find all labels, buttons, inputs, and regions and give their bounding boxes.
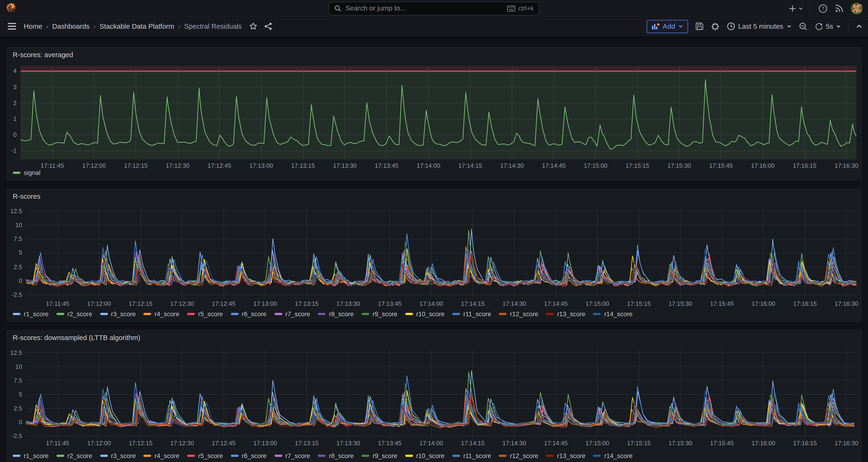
legend-label: r6_score xyxy=(242,453,267,459)
legend-label: r2_score xyxy=(67,453,92,459)
legend-item-r3_score[interactable]: r3_score xyxy=(100,453,136,459)
timeseries-chart[interactable] xyxy=(21,66,856,159)
legend-item-r6_score[interactable]: r6_score xyxy=(231,453,267,459)
x-tick-label: 17:11:45 xyxy=(41,300,74,307)
user-avatar[interactable] xyxy=(851,3,863,14)
y-tick-label: 12.5 xyxy=(7,207,22,214)
legend-item-r11_score[interactable]: r11_score xyxy=(452,311,491,317)
legend-swatch xyxy=(546,455,554,457)
legend-item-r14_score[interactable]: r14_score xyxy=(593,453,632,459)
x-tick-label: 17:11:45 xyxy=(41,440,74,446)
search-input[interactable]: Search or jump to... ctrl+k xyxy=(329,1,539,15)
x-tick-label: 17:12:45 xyxy=(207,440,240,446)
x-tick-label: 17:12:30 xyxy=(161,162,194,169)
x-tick-label: 17:15:00 xyxy=(581,300,614,307)
legend-item-r9_score[interactable]: r9_score xyxy=(362,453,398,459)
help-button[interactable]: ? xyxy=(818,3,828,13)
legend-item-r7_score[interactable]: r7_score xyxy=(274,453,310,459)
x-tick-label: 17:13:00 xyxy=(249,440,282,446)
legend-swatch xyxy=(13,172,21,174)
legend-item-r14_score[interactable]: r14_score xyxy=(593,311,632,317)
add-panel-button[interactable]: Add xyxy=(647,20,688,33)
legend-item-r11_score[interactable]: r11_score xyxy=(452,453,491,459)
grafana-logo-icon[interactable] xyxy=(6,2,17,14)
panel-r-scores-averaged: R-scores: averaged 43210-1 17:11:4517:12… xyxy=(6,47,861,181)
panel-title[interactable]: R-scores xyxy=(13,193,40,200)
legend-item-r4_score[interactable]: r4_score xyxy=(144,311,180,317)
share-dashboard-button[interactable] xyxy=(264,22,272,31)
x-tick-label: 17:14:45 xyxy=(539,300,572,307)
y-tick-label: 5 xyxy=(7,391,22,397)
legend-label: r6_score xyxy=(242,311,267,317)
topbar-divider xyxy=(810,4,811,13)
x-tick-label: 17:15:45 xyxy=(705,440,738,446)
x-tick-label: 17:12:00 xyxy=(78,162,111,169)
y-tick-label: 0 xyxy=(7,419,22,425)
new-dropdown-button[interactable] xyxy=(788,4,803,12)
legend-item-r12_score[interactable]: r12_score xyxy=(499,453,538,459)
legend-label: r8_score xyxy=(329,453,354,459)
legend-item-r7_score[interactable]: r7_score xyxy=(274,311,310,317)
legend-item-r2_score[interactable]: r2_score xyxy=(56,453,92,459)
breadcrumb-folder[interactable]: Stackable Data Platform xyxy=(99,22,174,30)
legend-item-r5_score[interactable]: r5_score xyxy=(187,453,223,459)
x-tick-label: 17:15:45 xyxy=(705,300,738,307)
legend-swatch xyxy=(452,313,460,315)
legend: r1_scorer2_scorer3_scorer4_scorer5_score… xyxy=(13,453,633,459)
legend-item-r1_score[interactable]: r1_score xyxy=(13,311,49,317)
news-button[interactable] xyxy=(835,4,844,13)
x-tick-label: 17:13:15 xyxy=(290,300,323,307)
panel-title[interactable]: R-scores: downsampled (LTTB algorithm) xyxy=(13,334,141,342)
legend-label: r14_score xyxy=(604,311,632,317)
legend-item-r5_score[interactable]: r5_score xyxy=(187,311,223,317)
legend-item-r13_score[interactable]: r13_score xyxy=(546,453,585,459)
chevron-down-icon xyxy=(836,24,841,29)
x-tick-label: 17:11:45 xyxy=(36,162,69,169)
legend-item-r6_score[interactable]: r6_score xyxy=(231,311,267,317)
legend-swatch xyxy=(187,455,195,457)
legend-item-r12_score[interactable]: r12_score xyxy=(499,311,538,317)
save-dashboard-button[interactable] xyxy=(695,22,704,31)
legend-item-r8_score[interactable]: r8_score xyxy=(318,311,354,317)
legend-label: r13_score xyxy=(557,453,585,459)
zoom-out-time-button[interactable] xyxy=(799,22,808,31)
breadcrumb-home[interactable]: Home xyxy=(24,22,42,30)
legend-item-r2_score[interactable]: r2_score xyxy=(56,311,92,317)
panel-title[interactable]: R-scores: averaged xyxy=(13,51,73,59)
x-tick-label: 17:12:15 xyxy=(124,300,157,307)
legend-label: r4_score xyxy=(155,311,179,317)
legend-swatch xyxy=(56,455,64,457)
legend-item-r1_score[interactable]: r1_score xyxy=(13,453,49,459)
favorite-dashboard-button[interactable] xyxy=(249,22,257,31)
dashboard-settings-button[interactable] xyxy=(711,22,719,31)
y-tick-label: -2.5 xyxy=(7,433,22,439)
y-tick-label: -1 xyxy=(7,147,17,154)
legend-item-r8_score[interactable]: r8_score xyxy=(318,453,354,459)
breadcrumb-dashboards[interactable]: Dashboards xyxy=(52,22,90,30)
legend-item-r4_score[interactable]: r4_score xyxy=(144,453,180,459)
x-tick-label: 17:12:30 xyxy=(165,440,199,446)
add-button-label: Add xyxy=(663,22,675,30)
legend-item-r10_score[interactable]: r10_score xyxy=(405,311,444,317)
collapse-topbar-button[interactable] xyxy=(856,23,862,30)
refresh-interval-label: 5s xyxy=(826,22,833,30)
series-line-r1_score xyxy=(26,371,854,426)
legend-item-r13_score[interactable]: r13_score xyxy=(546,311,585,317)
time-range-picker[interactable]: Last 5 minutes xyxy=(727,22,792,31)
legend-item-r9_score[interactable]: r9_score xyxy=(362,311,398,317)
mega-menu-button[interactable] xyxy=(8,23,16,30)
x-tick-label: 17:16:00 xyxy=(747,440,780,446)
x-tick-label: 17:12:45 xyxy=(203,162,236,169)
legend-label: r13_score xyxy=(557,311,585,317)
legend-item-r3_score[interactable]: r3_score xyxy=(100,311,136,317)
x-tick-label: 17:14:15 xyxy=(456,300,489,307)
legend-item-signal[interactable]: signal xyxy=(13,170,40,176)
x-tick-label: 17:15:00 xyxy=(581,440,614,446)
legend-item-r10_score[interactable]: r10_score xyxy=(405,453,444,459)
x-tick-label: 17:15:15 xyxy=(622,300,655,307)
refresh-picker[interactable]: 5s xyxy=(815,22,841,31)
timeseries-chart[interactable] xyxy=(26,208,857,297)
legend-swatch xyxy=(274,455,282,457)
breadcrumb: Home › Dashboards › Stackable Data Platf… xyxy=(24,22,242,30)
timeseries-chart[interactable] xyxy=(26,349,857,437)
